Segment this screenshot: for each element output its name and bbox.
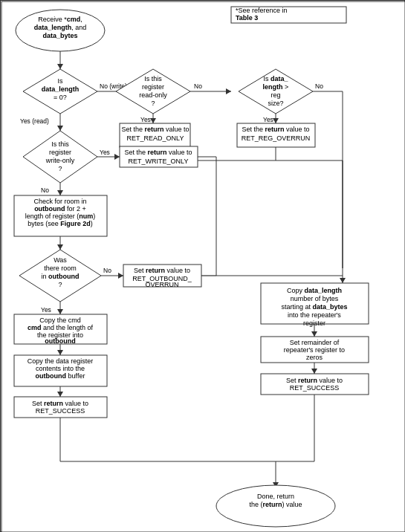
svg-text:?: ? [58, 281, 62, 288]
svg-text:write-only: write-only [45, 157, 75, 164]
svg-text:repeater's register to: repeater's register to [284, 346, 345, 354]
svg-text:number of bytes: number of bytes [291, 295, 339, 302]
svg-text:Check for room in: Check for room in [33, 198, 86, 205]
svg-text:Copy the cmd: Copy the cmd [39, 317, 81, 324]
svg-text:Is: Is [57, 77, 63, 85]
svg-text:RET_READ_ONLY: RET_READ_ONLY [127, 134, 184, 142]
svg-text:Yes: Yes [263, 116, 273, 123]
svg-text:Done, return: Done, return [257, 493, 294, 500]
svg-text:read-only: read-only [139, 91, 167, 99]
svg-text:Set return value to: Set return value to [286, 377, 343, 384]
svg-text:RET_WRITE_ONLY: RET_WRITE_ONLY [129, 158, 189, 165]
svg-text:= 0?: = 0? [54, 94, 67, 101]
svg-text:?: ? [58, 165, 62, 172]
svg-text:Yes: Yes [100, 149, 110, 156]
svg-text:Set return value to: Set return value to [32, 400, 88, 407]
svg-text:starting at data_bytes: starting at data_bytes [281, 303, 347, 311]
svg-text:outbound: outbound [45, 337, 75, 345]
svg-text:zeros: zeros [306, 354, 323, 361]
svg-text:data_length, and: data_length, and [34, 24, 87, 31]
svg-text:outbound for 2 +: outbound for 2 + [34, 205, 86, 213]
svg-text:Set the return value to: Set the return value to [124, 149, 192, 156]
svg-text:Yes (read): Yes (read) [20, 117, 49, 125]
svg-text:Receive *cmd,: Receive *cmd, [38, 16, 82, 23]
svg-text:cmd and the length of: cmd and the length of [27, 324, 94, 331]
svg-text:?: ? [151, 100, 155, 107]
svg-text:Set the return value to: Set the return value to [121, 126, 189, 133]
svg-text:No: No [194, 82, 202, 90]
svg-text:RET_REG_OVERRUN: RET_REG_OVERRUN [242, 134, 311, 142]
svg-text:data_length: data_length [42, 85, 80, 93]
svg-text:Set remainder of: Set remainder of [290, 339, 340, 346]
svg-text:No: No [315, 82, 323, 90]
svg-text:data_bytes: data_bytes [42, 32, 77, 39]
svg-text:bytes (see Figure 2d): bytes (see Figure 2d) [27, 220, 93, 227]
svg-text:Table 3: Table 3 [236, 14, 258, 22]
svg-text:Yes: Yes [140, 116, 151, 123]
svg-text:size?: size? [268, 100, 283, 107]
svg-text:Was: Was [54, 256, 67, 264]
svg-text:RET_SUCCESS: RET_SUCCESS [36, 407, 85, 415]
svg-text:Is data_: Is data_ [263, 75, 288, 82]
svg-text:length >: length > [263, 83, 289, 91]
svg-text:RET_SUCCESS: RET_SUCCESS [290, 384, 340, 392]
svg-text:*See reference in: *See reference in [236, 7, 288, 14]
svg-text:Copy the data register: Copy the data register [27, 357, 94, 365]
svg-text:outbound buffer: outbound buffer [36, 372, 85, 380]
svg-text:the (return) value: the (return) value [249, 501, 302, 508]
svg-text:Set the return value to: Set the return value to [242, 126, 309, 133]
svg-text:Is this: Is this [51, 140, 69, 148]
svg-text:register: register [142, 83, 164, 91]
svg-text:No: No [41, 186, 49, 194]
svg-text:reg: reg [270, 91, 280, 99]
svg-text:length of register (num): length of register (num) [25, 213, 96, 220]
svg-text:into the repeater's: into the repeater's [288, 311, 341, 319]
svg-text:register: register [49, 149, 71, 156]
svg-text:Is this: Is this [144, 75, 162, 82]
svg-text:No: No [103, 267, 111, 274]
svg-text:there room: there room [44, 265, 77, 272]
svg-text:Set return value to: Set return value to [134, 267, 190, 274]
svg-text:Copy data_length: Copy data_length [287, 287, 342, 294]
svg-text:in outbound: in outbound [42, 273, 80, 280]
svg-text:contents into the: contents into the [36, 365, 85, 372]
svg-text:Yes: Yes [41, 306, 51, 314]
flowchart-container: *See reference in Table 3 Receive *cmd, … [0, 0, 405, 532]
svg-text:OVERRUN: OVERRUN [145, 281, 178, 288]
